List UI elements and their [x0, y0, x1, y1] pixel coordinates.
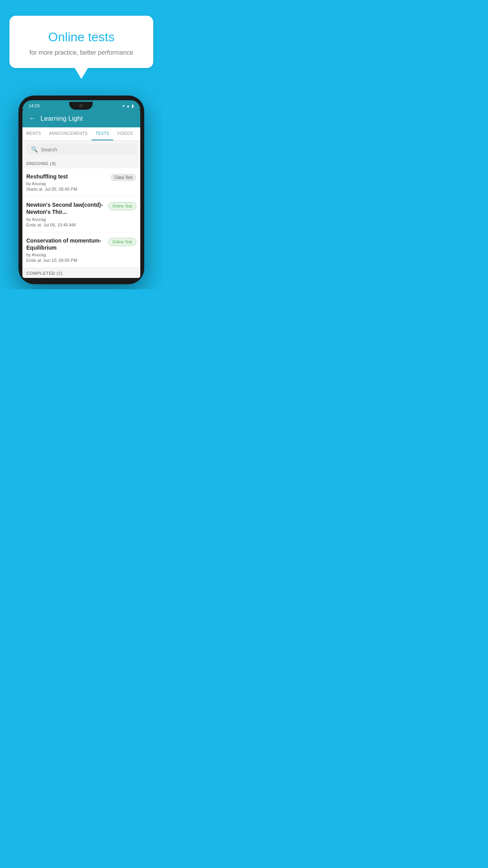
bubble-subtitle: for more practice, better performance — [22, 49, 141, 56]
test-badge-1: Class Test — [110, 174, 136, 181]
completed-section-header: COMPLETED (1) — [22, 268, 140, 278]
app-bar: ← Learning Light — [22, 110, 140, 127]
search-input[interactable] — [41, 147, 132, 153]
test-date-1: Starts at Jul 05, 05:45 PM — [26, 187, 107, 191]
test-name-2: Newton's Second law(contd)-Newton's Thir… — [26, 201, 105, 215]
hero-section: Online tests for more practice, better p… — [0, 0, 163, 68]
test-item-1[interactable]: Reshuffling test by Anurag Starts at Jul… — [22, 168, 140, 197]
test-author-1: by Anurag — [26, 181, 107, 186]
app-title: Learning Light — [40, 115, 83, 123]
test-date-3: Ends at Jun 10, 06:00 PM — [26, 258, 105, 263]
search-bar[interactable]: 🔍 — [26, 144, 136, 155]
test-badge-2: Online Test — [108, 202, 136, 210]
signal-icon: ▲ — [126, 104, 130, 108]
status-time: 14:29 — [29, 103, 40, 108]
phone-screen: ← Learning Light MENTS ANNOUNCEMENTS TES… — [22, 110, 140, 278]
speech-bubble: Online tests for more practice, better p… — [9, 16, 153, 68]
ongoing-section-header: ONGOING (3) — [22, 158, 140, 168]
test-date-2: Ends at Jul 06, 10:45 AM — [26, 223, 105, 227]
tab-ments[interactable]: MENTS — [22, 127, 45, 140]
status-bar: 14:29 ▾ ▲ ▮ — [22, 100, 140, 110]
test-item-3[interactable]: Conservation of momentum-Equilibrium by … — [22, 232, 140, 268]
status-icons: ▾ ▲ ▮ — [123, 104, 134, 108]
phone-notch — [69, 102, 93, 110]
tab-bar: MENTS ANNOUNCEMENTS TESTS VIDEOS — [22, 127, 140, 141]
back-button[interactable]: ← — [29, 114, 36, 123]
test-name-3: Conservation of momentum-Equilibrium — [26, 237, 105, 251]
test-list: Reshuffling test by Anurag Starts at Jul… — [22, 168, 140, 268]
test-name-1: Reshuffling test — [26, 173, 107, 180]
test-author-2: by Anurag — [26, 217, 105, 222]
phone-camera — [79, 104, 83, 107]
test-item-2[interactable]: Newton's Second law(contd)-Newton's Thir… — [22, 197, 140, 232]
test-author-3: by Anurag — [26, 252, 105, 257]
tab-tests[interactable]: TESTS — [92, 127, 113, 140]
test-badge-3: Online Test — [108, 238, 136, 246]
test-info-1: Reshuffling test by Anurag Starts at Jul… — [26, 173, 110, 191]
test-info-3: Conservation of momentum-Equilibrium by … — [26, 237, 108, 263]
test-info-2: Newton's Second law(contd)-Newton's Thir… — [26, 201, 108, 227]
tab-announcements[interactable]: ANNOUNCEMENTS — [45, 127, 92, 140]
bubble-title: Online tests — [22, 30, 141, 44]
battery-icon: ▮ — [132, 104, 134, 108]
wifi-icon: ▾ — [123, 104, 125, 108]
tab-videos[interactable]: VIDEOS — [113, 127, 137, 140]
search-icon: 🔍 — [31, 146, 38, 153]
phone-mockup: 14:29 ▾ ▲ ▮ ← Learning Light MENTS ANNOU… — [18, 96, 144, 284]
